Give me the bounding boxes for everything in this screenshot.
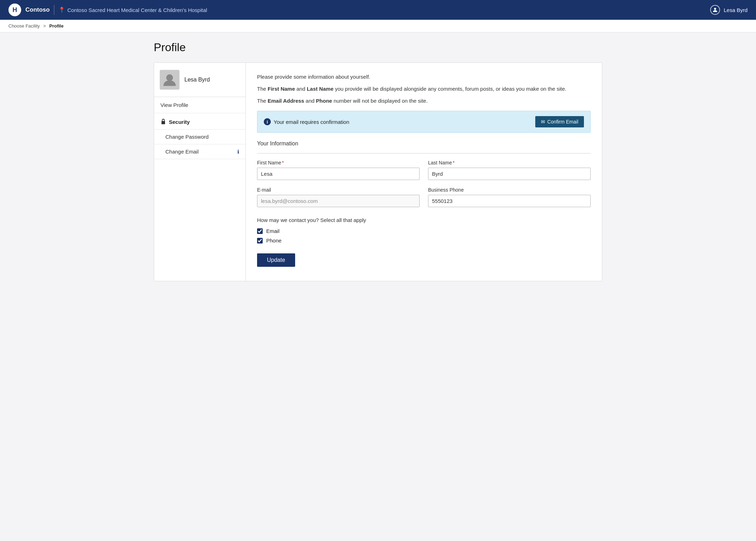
first-name-required: *: [282, 160, 284, 166]
last-name-label: Last Name*: [428, 160, 591, 166]
last-name-input[interactable]: [428, 168, 591, 180]
phone-input[interactable]: [428, 195, 591, 207]
change-password-label: Change Password: [165, 134, 209, 140]
svg-rect-2: [161, 121, 165, 124]
your-information-section: Your Information First Name* Last Name*: [257, 140, 591, 207]
last-name-required: *: [453, 160, 455, 166]
email-confirmation-banner: i Your email requires confirmation ✉ Con…: [257, 111, 591, 133]
header-divider: [54, 5, 54, 15]
alert-banner-left: i Your email requires confirmation: [264, 118, 349, 125]
breadcrumb-parent[interactable]: Choose Facility: [8, 23, 40, 29]
envelope-icon: ✉: [541, 119, 545, 125]
alert-message: Your email requires confirmation: [274, 119, 349, 125]
header-right: Lesa Byrd: [710, 5, 748, 15]
email-group: E-mail: [257, 187, 420, 207]
first-name-label: First Name*: [257, 160, 420, 166]
contact-options: Email Phone: [257, 228, 591, 244]
intro-line-2: The First Name and Last Name you provide…: [257, 85, 591, 93]
contact-section-label: How may we contact you? Select all that …: [257, 217, 591, 223]
breadcrumb-current: Profile: [49, 23, 63, 29]
sidebar: Lesa Byrd View Profile Security Change P…: [154, 63, 246, 281]
name-row: First Name* Last Name*: [257, 160, 591, 180]
header-logo: H: [8, 4, 21, 16]
sidebar-item-view-profile[interactable]: View Profile: [154, 97, 245, 113]
svg-point-0: [714, 8, 716, 10]
header-username: Lesa Byrd: [724, 7, 748, 13]
lock-icon: [160, 118, 166, 126]
change-email-label: Change Email: [165, 149, 199, 155]
page-container: Profile Lesa Byrd View Profile: [145, 32, 611, 541]
email-label: E-mail: [257, 187, 420, 193]
sidebar-security-section: Security: [154, 113, 245, 130]
sidebar-item-change-email[interactable]: Change Email ℹ: [154, 144, 245, 159]
pin-icon: 📍: [59, 7, 65, 13]
header: H Contoso 📍 Contoso Sacred Heart Medical…: [0, 0, 756, 20]
contact-phone-checkbox[interactable]: [257, 238, 263, 244]
svg-point-1: [166, 74, 173, 81]
view-profile-label: View Profile: [160, 102, 188, 108]
sidebar-avatar: [160, 70, 179, 90]
first-name-input[interactable]: [257, 168, 420, 180]
alert-info-icon: i: [264, 118, 271, 125]
intro-line-1: Please provide some information about yo…: [257, 73, 591, 81]
last-name-group: Last Name*: [428, 160, 591, 180]
sidebar-item-change-password[interactable]: Change Password: [154, 130, 245, 144]
phone-label: Business Phone: [428, 187, 591, 193]
contact-phone-label: Phone: [266, 238, 281, 244]
email-input[interactable]: [257, 195, 420, 207]
email-phone-row: E-mail Business Phone: [257, 187, 591, 207]
content-wrapper: Lesa Byrd View Profile Security Change P…: [154, 62, 602, 281]
breadcrumb: Choose Facility > Profile: [0, 20, 756, 32]
first-name-group: First Name*: [257, 160, 420, 180]
your-information-label: Your Information: [257, 140, 591, 147]
contact-phone-option[interactable]: Phone: [257, 238, 591, 244]
section-divider: [257, 153, 591, 154]
header-left: H Contoso 📍 Contoso Sacred Heart Medical…: [8, 4, 207, 16]
intro-line-3: The Email Address and Phone number will …: [257, 97, 591, 105]
confirm-email-label: Confirm Email: [547, 119, 578, 125]
contact-email-label: Email: [266, 228, 280, 234]
phone-group: Business Phone: [428, 187, 591, 207]
contact-email-checkbox[interactable]: [257, 228, 263, 234]
update-button[interactable]: Update: [257, 253, 295, 267]
page-title: Profile: [154, 41, 602, 54]
main-content: Please provide some information about yo…: [246, 63, 602, 281]
sidebar-username: Lesa Byrd: [184, 77, 210, 83]
confirm-email-button[interactable]: ✉ Confirm Email: [535, 116, 584, 127]
facility-name: 📍 Contoso Sacred Heart Medical Center & …: [59, 7, 207, 13]
brand-name: Contoso: [25, 6, 50, 13]
sidebar-profile-card: Lesa Byrd: [154, 63, 245, 97]
contact-email-option[interactable]: Email: [257, 228, 591, 234]
user-avatar-icon: [710, 5, 720, 15]
change-email-alert-icon: ℹ: [237, 149, 239, 155]
security-label: Security: [169, 119, 190, 125]
